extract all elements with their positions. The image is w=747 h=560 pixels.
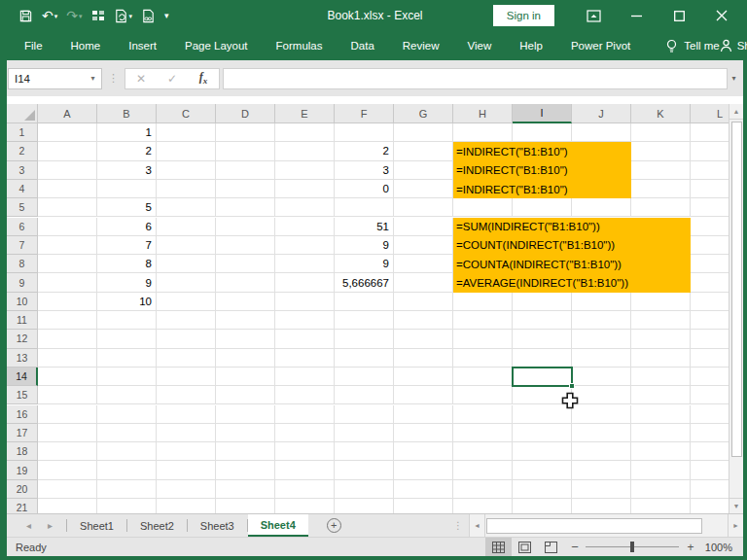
cell-C9[interactable] bbox=[157, 273, 216, 292]
hscroll-splitter[interactable]: ⋮ bbox=[447, 520, 469, 531]
cell-C14[interactable] bbox=[157, 368, 216, 386]
cell-C6[interactable] bbox=[157, 218, 216, 236]
cell-B18[interactable] bbox=[97, 442, 157, 461]
cell-K5[interactable] bbox=[631, 198, 691, 217]
cell-F14[interactable] bbox=[335, 368, 394, 386]
cell-J16[interactable] bbox=[572, 405, 631, 424]
cell-H13[interactable] bbox=[453, 349, 513, 368]
cell-J11[interactable] bbox=[572, 311, 631, 330]
cell-G10[interactable] bbox=[394, 293, 453, 311]
cell-G3[interactable] bbox=[394, 161, 453, 180]
view-grid-icon[interactable] bbox=[91, 9, 105, 22]
cell-D5[interactable] bbox=[216, 198, 275, 217]
sheet-tab-sheet1[interactable]: Sheet1 bbox=[67, 514, 126, 537]
cell-I19[interactable] bbox=[513, 461, 572, 479]
redo-caret-icon[interactable]: ▾ bbox=[79, 13, 83, 19]
cell-F10[interactable] bbox=[335, 293, 394, 311]
cell-I13[interactable] bbox=[513, 349, 572, 368]
cell-J18[interactable] bbox=[572, 442, 631, 461]
cell-F12[interactable] bbox=[335, 330, 394, 348]
cell-E4[interactable] bbox=[275, 180, 335, 198]
cell-L21[interactable] bbox=[691, 499, 729, 513]
cell-D3[interactable] bbox=[216, 161, 275, 180]
cell-F21[interactable] bbox=[335, 499, 394, 513]
column-header-L[interactable]: L bbox=[691, 104, 729, 123]
undo-caret-icon[interactable]: ▾ bbox=[54, 13, 58, 19]
zoom-slider-thumb[interactable] bbox=[630, 542, 634, 552]
cell-E8[interactable] bbox=[275, 255, 335, 273]
row-header-18[interactable]: 18 bbox=[7, 442, 38, 461]
cell-J13[interactable] bbox=[572, 349, 631, 368]
cell-C21[interactable] bbox=[157, 499, 216, 513]
cell-F5[interactable] bbox=[335, 198, 394, 217]
cell-C13[interactable] bbox=[157, 349, 216, 368]
cell-F16[interactable] bbox=[335, 405, 394, 424]
cell-C3[interactable] bbox=[157, 161, 216, 180]
cell-F7[interactable]: 9 bbox=[335, 236, 394, 255]
cell-B15[interactable] bbox=[97, 386, 157, 404]
sheet-tab-sheet2[interactable]: Sheet2 bbox=[127, 514, 187, 537]
cell-H14[interactable] bbox=[453, 368, 513, 386]
cell-A15[interactable] bbox=[38, 386, 97, 404]
ribbon-tab-page-layout[interactable]: Page Layout bbox=[184, 40, 249, 52]
cell-H16[interactable] bbox=[453, 405, 513, 424]
ribbon-tab-insert[interactable]: Insert bbox=[127, 40, 158, 52]
row-header-17[interactable]: 17 bbox=[7, 424, 38, 442]
cell-E1[interactable] bbox=[275, 123, 335, 142]
cell-G14[interactable] bbox=[394, 368, 453, 386]
cell-I5[interactable] bbox=[513, 198, 572, 217]
cell-L16[interactable] bbox=[691, 405, 729, 424]
cell-L9[interactable] bbox=[691, 273, 729, 292]
cell-D1[interactable] bbox=[216, 123, 275, 142]
zoom-percentage[interactable]: 100% bbox=[702, 542, 743, 553]
column-header-K[interactable]: K bbox=[631, 104, 691, 123]
cell-C18[interactable] bbox=[157, 442, 216, 461]
cell-K12[interactable] bbox=[631, 330, 691, 348]
save-icon[interactable] bbox=[18, 9, 33, 23]
cell-E20[interactable] bbox=[275, 480, 335, 499]
cell-E14[interactable] bbox=[275, 368, 335, 386]
row-header-11[interactable]: 11 bbox=[7, 311, 38, 330]
row-header-6[interactable]: 6 bbox=[7, 218, 38, 236]
horizontal-scrollbar-thumb[interactable] bbox=[486, 518, 702, 534]
zoom-slider[interactable] bbox=[586, 538, 679, 557]
select-all-button[interactable] bbox=[7, 104, 38, 123]
cell-A3[interactable] bbox=[38, 161, 97, 180]
cell-D18[interactable] bbox=[216, 442, 275, 461]
cell-F9[interactable]: 5,666667 bbox=[335, 273, 394, 292]
previous-sheet-icon[interactable]: ◂ bbox=[26, 520, 31, 531]
scroll-left-icon[interactable]: ◄ bbox=[470, 514, 485, 537]
cell-D20[interactable] bbox=[216, 480, 275, 499]
cell-G6[interactable] bbox=[394, 218, 453, 236]
cell-B7[interactable]: 7 bbox=[97, 236, 157, 255]
cell-A12[interactable] bbox=[38, 330, 97, 348]
cell-D17[interactable] bbox=[216, 424, 275, 442]
cell-A1[interactable] bbox=[38, 123, 97, 142]
cell-L18[interactable] bbox=[691, 442, 729, 461]
cell-F4[interactable]: 0 bbox=[335, 180, 394, 198]
cell-B10[interactable]: 10 bbox=[97, 293, 157, 311]
cell-D16[interactable] bbox=[216, 405, 275, 424]
close-icon[interactable] bbox=[700, 2, 743, 29]
cell-G15[interactable] bbox=[394, 386, 453, 404]
cell-A7[interactable] bbox=[38, 236, 97, 255]
row-header-15[interactable]: 15 bbox=[7, 386, 38, 404]
cell-A9[interactable] bbox=[38, 273, 97, 292]
cell-L2[interactable] bbox=[691, 142, 729, 160]
vertical-scrollbar[interactable]: ▲ ▼ bbox=[729, 104, 743, 513]
cell-C10[interactable] bbox=[157, 293, 216, 311]
cell-C7[interactable] bbox=[157, 236, 216, 255]
cell-H21[interactable] bbox=[453, 499, 513, 513]
cell-C19[interactable] bbox=[157, 461, 216, 479]
cell-B20[interactable] bbox=[97, 480, 157, 499]
cell-L15[interactable] bbox=[691, 386, 729, 404]
cell-K11[interactable] bbox=[631, 311, 691, 330]
cell-K21[interactable] bbox=[631, 499, 691, 513]
name-box-caret-icon[interactable]: ▾ bbox=[85, 74, 101, 83]
cell-L19[interactable] bbox=[691, 461, 729, 479]
cell-A4[interactable] bbox=[38, 180, 97, 198]
cell-F18[interactable] bbox=[335, 442, 394, 461]
cell-A20[interactable] bbox=[38, 480, 97, 499]
zoom-in-icon[interactable]: + bbox=[679, 541, 702, 554]
cell-B9[interactable]: 9 bbox=[97, 273, 157, 292]
